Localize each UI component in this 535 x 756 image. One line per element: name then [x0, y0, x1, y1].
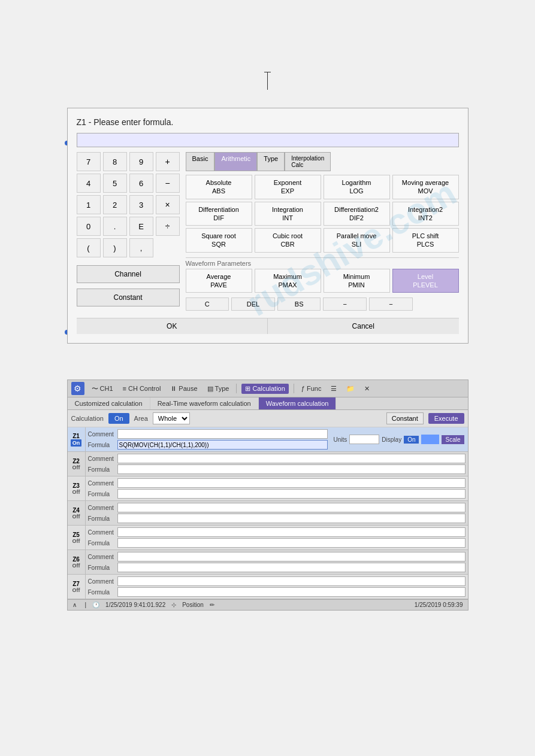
execute-button[interactable]: Execute [428, 413, 464, 424]
ctrl-minus1[interactable]: − [323, 297, 367, 311]
func-pave[interactable]: AveragePAVE [186, 269, 252, 293]
func-pmin[interactable]: MinimumPMIN [324, 269, 390, 293]
toolbar-calculation[interactable]: ⊞ Calculation [241, 384, 288, 394]
z1-fields: Comment Formula [86, 427, 330, 451]
z3-comment-label: Comment [88, 480, 115, 487]
numpad-0[interactable]: 0 [77, 217, 101, 236]
z5-formula-input[interactable] [117, 538, 466, 548]
type-icon: ▤ [207, 385, 213, 393]
z1-formula-input[interactable] [117, 440, 328, 450]
toolbar-folder[interactable]: 📁 [344, 384, 357, 394]
numpad-plus[interactable]: + [156, 152, 180, 171]
func-log[interactable]: LogarithmLOG [324, 175, 390, 199]
sub-nav-waveform[interactable]: Waveform calculation [259, 397, 337, 409]
z2-row: Z2 Off Comment Formula [68, 452, 468, 476]
formula-input-bar[interactable] [77, 133, 459, 147]
tab-basic[interactable]: Basic [186, 152, 215, 171]
z1-comment-input[interactable] [117, 429, 328, 439]
numpad-4[interactable]: 4 [77, 174, 101, 193]
func-abs[interactable]: AbsoluteABS [186, 175, 252, 199]
numpad-8[interactable]: 8 [103, 152, 127, 171]
numpad-comma[interactable]: , [129, 238, 153, 257]
numpad-divide[interactable]: ÷ [156, 217, 180, 236]
z6-comment-input[interactable] [117, 552, 466, 561]
panel-container: ⚙ 〜 CH1 ≡ CH Control ⏸ Pause ▤ Type [67, 379, 468, 611]
z3-formula-input[interactable] [117, 489, 466, 499]
z4-fields: Comment Formula [86, 501, 468, 525]
toolbar-pause[interactable]: ⏸ Pause [168, 384, 200, 393]
ok-button[interactable]: OK [77, 318, 268, 334]
timestamp-1: 1/25/2019 9:41:01.922 [105, 602, 165, 608]
func-exp[interactable]: ExponentEXP [255, 175, 321, 199]
func-dif[interactable]: DifferentiationDIF [186, 202, 252, 226]
formula-dialog: Z1 - Please enter formula. 7 8 9 + 4 5 [67, 108, 468, 344]
numpad-7[interactable]: 7 [77, 152, 101, 171]
func-plcs[interactable]: PLC shiftPLCS [392, 228, 459, 253]
toolbar-type[interactable]: ▤ Type [205, 384, 232, 394]
z1-units-input[interactable] [349, 435, 379, 444]
toolbar-ch-control[interactable]: ≡ CH Control [120, 384, 164, 393]
z4-comment-input[interactable] [117, 503, 466, 512]
z5-comment-input[interactable] [117, 527, 466, 537]
func-pmax[interactable]: MaximumPMAX [255, 269, 321, 293]
calc-on-button[interactable]: On [108, 413, 129, 424]
numpad-dot[interactable]: . [103, 217, 127, 236]
ctrl-del[interactable]: DEL [231, 297, 275, 311]
pause-icon: ⏸ [170, 385, 177, 392]
z3-comment-input[interactable] [117, 478, 466, 488]
z4-formula-input[interactable] [117, 514, 466, 523]
constant-button2[interactable]: Constant [386, 412, 424, 424]
z6-comment-row: Comment [88, 552, 466, 561]
numpad-6[interactable]: 6 [129, 174, 153, 193]
tab-interpolation[interactable]: InterpolationCalc [285, 152, 331, 171]
list-icon: ☰ [331, 385, 337, 393]
numpad-2[interactable]: 2 [103, 195, 127, 214]
func-sqr[interactable]: Square rootSQR [186, 228, 252, 253]
tab-arithmetic[interactable]: Arithmetic [214, 152, 257, 171]
numpad-3[interactable]: 3 [129, 195, 153, 214]
z1-display-on-btn[interactable]: On [404, 436, 419, 444]
numpad-multiply[interactable]: × [156, 195, 180, 214]
sub-nav-customized[interactable]: Customized calculation [68, 397, 150, 409]
toolbar-list[interactable]: ☰ [328, 384, 339, 394]
numpad-open-paren[interactable]: ( [77, 238, 101, 257]
toolbar-close[interactable]: ✕ [362, 384, 372, 394]
numpad-1[interactable]: 1 [77, 195, 101, 214]
z2-comment-input[interactable] [117, 454, 466, 463]
func-int[interactable]: IntegrationINT [255, 202, 321, 226]
cancel-button[interactable]: Cancel [268, 318, 459, 334]
gear-icon[interactable]: ⚙ [71, 382, 84, 395]
z7-comment-input[interactable] [117, 576, 466, 586]
numpad-9[interactable]: 9 [129, 152, 153, 171]
z2-formula-input[interactable] [117, 464, 466, 474]
sub-nav-realtime[interactable]: Real-Time waveform calculation [150, 397, 259, 409]
z1-scale-btn[interactable]: Scale [442, 435, 464, 444]
func-plevel[interactable]: LevelPLEVEL [392, 269, 459, 293]
ctrl-c[interactable]: C [186, 297, 229, 311]
scroll-up-icon[interactable]: ∧ [72, 602, 77, 608]
ctrl-minus2[interactable]: − [369, 297, 413, 311]
toolbar-func[interactable]: ƒ Func [299, 384, 324, 393]
func-mov[interactable]: Moving averageMOV [392, 175, 459, 199]
z6-formula-input[interactable] [117, 563, 466, 572]
z1-comment-label: Comment [88, 431, 115, 438]
func-dif2[interactable]: Differentiation2DIF2 [324, 202, 390, 226]
numpad-5[interactable]: 5 [103, 174, 127, 193]
tab-type[interactable]: Type [257, 152, 285, 171]
numpad-minus[interactable]: − [156, 174, 180, 193]
channel-button[interactable]: Channel [77, 265, 180, 283]
z7-formula-input[interactable] [117, 587, 466, 597]
toolbar-ch1[interactable]: 〜 CH1 [89, 383, 116, 394]
ctrl-bs[interactable]: BS [277, 297, 321, 311]
area-select[interactable]: Whole [153, 412, 190, 424]
numpad-close-paren[interactable]: ) [103, 238, 127, 257]
func-sli[interactable]: Parallel moveSLI [324, 228, 390, 253]
z4-formula-label: Formula [88, 515, 115, 522]
numpad-e[interactable]: E [129, 217, 153, 236]
constant-button[interactable]: Constant [77, 289, 180, 306]
z4-row: Z4 Off Comment Formula [68, 501, 468, 526]
func-int2[interactable]: Integration2INT2 [392, 202, 459, 226]
func-cbr[interactable]: Cubic rootCBR [255, 228, 321, 253]
numpad-section: 7 8 9 + 4 5 6 − 1 2 3 × [77, 152, 180, 311]
z5-formula-label: Formula [88, 540, 115, 546]
